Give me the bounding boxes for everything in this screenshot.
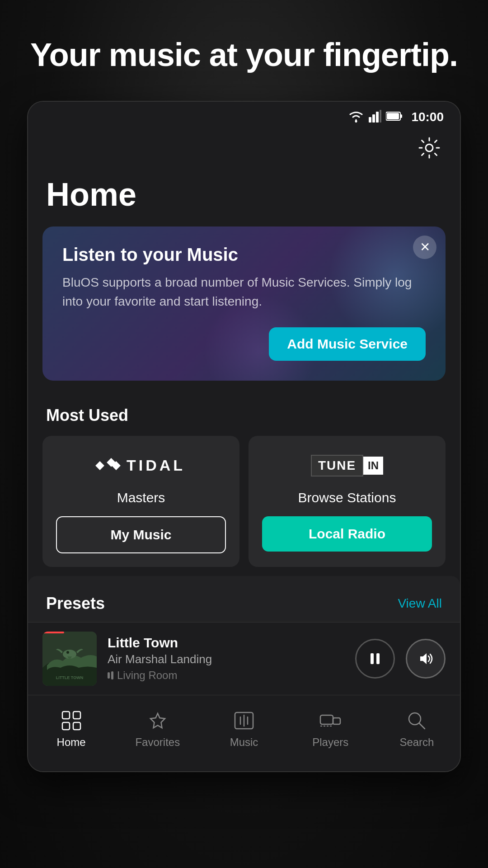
svg-rect-2	[372, 114, 375, 123]
signal-icon	[369, 110, 381, 124]
room-label: Living Room	[117, 669, 177, 682]
add-music-service-button[interactable]: Add Music Service	[269, 327, 426, 361]
svg-point-22	[409, 713, 421, 725]
status-time: 10:00	[411, 110, 444, 124]
most-used-section-header: Most Used	[28, 390, 460, 436]
svg-point-0	[355, 120, 357, 122]
track-room: Living Room	[108, 669, 344, 682]
svg-text:LITTLE TOWN: LITTLE TOWN	[56, 675, 83, 680]
view-all-button[interactable]: View All	[398, 596, 442, 611]
presets-title: Presets	[46, 594, 105, 613]
svg-rect-3	[376, 112, 379, 123]
nav-favorites-label: Favorites	[135, 736, 180, 749]
page-title: Home	[46, 176, 442, 213]
svg-point-11	[66, 651, 69, 654]
album-art: LITTLE TOWN	[42, 632, 97, 686]
nav-music[interactable]: Music	[201, 704, 287, 753]
settings-row	[28, 129, 460, 167]
music-icon	[232, 709, 256, 732]
players-icon	[319, 709, 342, 732]
track-info: Little Town Air Marshal Landing Living R…	[108, 635, 344, 682]
tidal-masters-label: Masters	[56, 490, 226, 505]
nav-players-label: Players	[312, 736, 348, 749]
now-playing-controls	[355, 639, 446, 679]
track-artist: Air Marshal Landing	[108, 652, 344, 666]
svg-point-8	[426, 144, 433, 151]
tidal-my-music-button[interactable]: My Music	[56, 516, 226, 553]
nav-favorites[interactable]: Favorites	[114, 704, 201, 753]
pause-button[interactable]	[355, 639, 395, 679]
most-used-title: Most Used	[46, 406, 128, 425]
nav-home-label: Home	[57, 736, 86, 749]
service-cards: TIDAL Masters My Music TUNE IN Browse St…	[28, 436, 460, 576]
svg-rect-15	[62, 712, 70, 719]
svg-rect-13	[371, 653, 374, 664]
tunein-logo: TUNE IN	[262, 452, 432, 479]
phone-mockup: 10:00 Home ✕ Listen to your Music BluOS …	[27, 101, 461, 772]
tunein-browse-label: Browse Stations	[262, 490, 432, 505]
hero-title: Your music at your fingertip.	[18, 36, 470, 74]
tidal-logo: TIDAL	[56, 452, 226, 479]
presets-section: Presets View All	[28, 576, 460, 622]
settings-button[interactable]	[415, 133, 444, 162]
volume-button[interactable]	[406, 639, 446, 679]
tunein-text: TUNE	[311, 455, 363, 476]
status-icons: 10:00	[348, 110, 444, 124]
page-title-section: Home	[28, 167, 460, 226]
progress-indicator	[42, 632, 64, 633]
svg-rect-6	[400, 114, 402, 118]
tidal-diamonds-icon	[97, 462, 119, 469]
favorites-icon	[146, 709, 169, 732]
tunein-card: TUNE IN Browse Stations Local Radio	[249, 436, 446, 567]
now-playing-bar: LITTLE TOWN Little Town Air Marshal Land…	[28, 622, 460, 695]
hero-section: Your music at your fingertip.	[0, 0, 488, 101]
search-icon	[405, 709, 428, 732]
tunein-in-badge: IN	[363, 457, 383, 475]
tidal-card: TIDAL Masters My Music	[42, 436, 239, 567]
svg-rect-16	[73, 712, 80, 719]
svg-rect-7	[387, 113, 399, 119]
home-icon	[60, 709, 83, 732]
listen-card: ✕ Listen to your Music BluOS supports a …	[42, 226, 446, 381]
room-icon	[108, 671, 113, 679]
svg-rect-4	[380, 110, 381, 123]
nav-music-label: Music	[230, 736, 258, 749]
battery-icon	[386, 111, 403, 123]
bottom-nav: Home Favorites Music	[28, 695, 460, 771]
tunein-local-radio-button[interactable]: Local Radio	[262, 516, 432, 552]
svg-rect-14	[376, 653, 380, 664]
nav-search-label: Search	[399, 736, 434, 749]
listen-card-title: Listen to your Music	[62, 245, 426, 265]
wifi-icon	[348, 110, 364, 124]
track-name: Little Town	[108, 635, 344, 651]
svg-rect-20	[320, 715, 333, 724]
svg-rect-17	[62, 722, 70, 730]
svg-rect-18	[73, 722, 80, 730]
nav-search[interactable]: Search	[374, 704, 460, 753]
presets-header: Presets View All	[42, 580, 446, 622]
nav-players[interactable]: Players	[287, 704, 374, 753]
status-bar: 10:00	[28, 102, 460, 129]
svg-rect-21	[333, 718, 340, 724]
nav-home[interactable]: Home	[28, 704, 114, 753]
listen-card-description: BluOS supports a broad number of Music S…	[62, 273, 426, 311]
svg-rect-1	[369, 117, 371, 123]
